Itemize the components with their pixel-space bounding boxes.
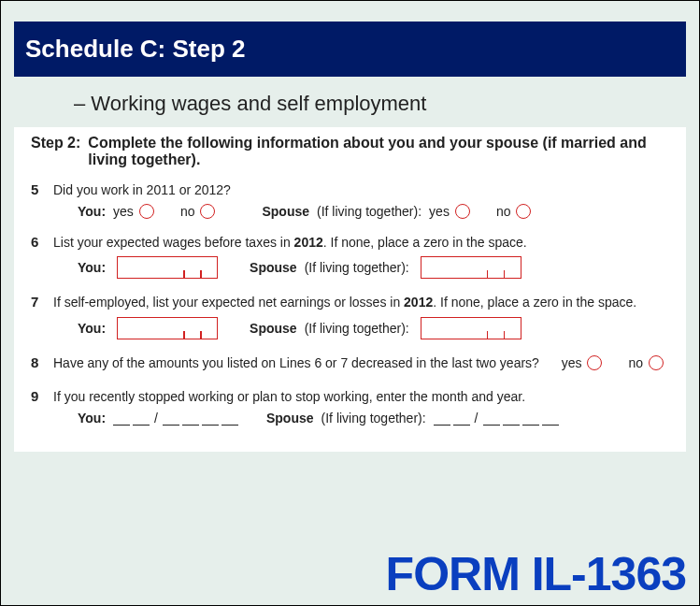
q7-you-input[interactable] [117, 317, 218, 339]
q8-text: Have any of the amounts you listed on Li… [53, 354, 541, 371]
q8-yes-radio[interactable] [587, 355, 602, 370]
q6-spouse-input[interactable] [421, 256, 521, 279]
page-title: Schedule C: Step 2 [25, 35, 675, 64]
title-bar: Schedule C: Step 2 [14, 22, 686, 77]
q9-text: If you recently stopped working or plan … [53, 388, 669, 405]
spouse-label: Spouse [266, 411, 314, 426]
no-label: no [628, 355, 643, 370]
q5-answers: You: yes no Spouse (If living together):… [78, 204, 669, 219]
q6-answers: You: Spouse (If living together): [78, 256, 669, 279]
q5-text: Did you work in 2011 or 2012? [53, 181, 669, 198]
spouse-paren: (If living together): [305, 260, 409, 275]
spouse-paren: (If living together): [305, 321, 409, 336]
you-label: You: [78, 204, 106, 219]
spouse-paren: (If living together): [317, 204, 421, 219]
q5-you-no-radio[interactable] [200, 204, 215, 219]
q6-you-input[interactable] [117, 256, 218, 279]
q5-number: 5 [31, 181, 44, 197]
spouse-label: Spouse [262, 204, 309, 219]
question-9: 9 If you recently stopped working or pla… [31, 388, 669, 405]
spouse-label: Spouse [250, 321, 297, 336]
q5-spouse-no-radio[interactable] [516, 204, 531, 219]
no-label: no [180, 204, 195, 219]
q6-number: 6 [31, 234, 44, 250]
q5-you-yes-radio[interactable] [139, 204, 154, 219]
form-id-footer: FORM IL-1363 [386, 547, 686, 601]
spouse-paren: (If living together): [321, 411, 426, 426]
q6-text: List your expected wages before taxes in… [53, 234, 669, 251]
q8-no-radio[interactable] [649, 355, 664, 370]
q7-text: If self-employed, list your expected net… [53, 294, 669, 310]
q7-answers: You: Spouse (If living together): [78, 317, 669, 339]
you-label: You: [78, 260, 106, 275]
question-5: 5 Did you work in 2011 or 2012? [31, 181, 669, 198]
q9-number: 9 [31, 388, 44, 404]
q9-spouse-date[interactable]: / [434, 411, 559, 426]
no-label: no [496, 204, 511, 219]
yes-label: yes [562, 355, 582, 370]
step-label: Step 2: [31, 135, 80, 168]
q5-spouse-yes-radio[interactable] [455, 204, 470, 219]
step-header: Step 2: Complete the following informati… [31, 135, 669, 168]
q7-number: 7 [31, 294, 44, 310]
q8-number: 8 [31, 354, 44, 370]
spouse-label: Spouse [250, 260, 297, 275]
step-instruction: Complete the following information about… [88, 135, 669, 168]
question-6: 6 List your expected wages before taxes … [31, 234, 669, 251]
page-subtitle: – Working wages and self employment [74, 92, 699, 116]
you-label: You: [78, 411, 106, 426]
q7-spouse-input[interactable] [421, 317, 521, 339]
question-7: 7 If self-employed, list your expected n… [31, 294, 669, 310]
q9-answers: You: / Spouse (If living together): / [78, 411, 669, 426]
yes-label: yes [429, 204, 450, 219]
question-8: 8 Have any of the amounts you listed on … [31, 354, 669, 371]
yes-label: yes [113, 204, 134, 219]
form-panel: Step 2: Complete the following informati… [14, 127, 686, 452]
you-label: You: [78, 321, 106, 336]
q9-you-date[interactable]: / [113, 411, 238, 426]
